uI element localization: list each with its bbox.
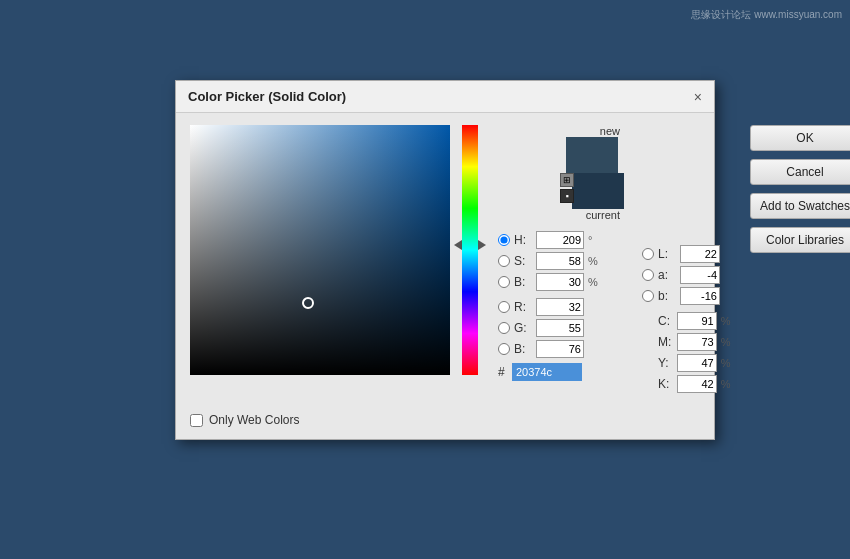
l-label: L: — [658, 247, 676, 261]
b-radio[interactable] — [498, 276, 510, 288]
r-input[interactable] — [536, 298, 584, 316]
watermark: 思缘设计论坛 www.missyuan.com — [691, 8, 842, 22]
g-input[interactable] — [536, 319, 584, 337]
current-color-box — [572, 173, 624, 209]
a-radio[interactable] — [642, 269, 654, 281]
c-label: C: — [658, 314, 673, 328]
dialog-titlebar: Color Picker (Solid Color) × — [176, 81, 714, 113]
m-unit: % — [721, 336, 732, 348]
r-radio[interactable] — [498, 301, 510, 313]
b-lab-label: b: — [658, 289, 676, 303]
new-color-box — [566, 137, 618, 173]
k-input[interactable] — [677, 375, 717, 393]
b-rgb-input[interactable] — [536, 340, 584, 358]
new-label: new — [600, 125, 620, 137]
color-libraries-button[interactable]: Color Libraries — [750, 227, 850, 253]
swatch-icon-1: ⊞ — [560, 173, 574, 187]
b-rgb-radio[interactable] — [498, 343, 510, 355]
spectrum-arrow-left — [454, 240, 462, 250]
l-radio[interactable] — [642, 248, 654, 260]
spectrum-slider[interactable] — [462, 125, 478, 375]
g-radio[interactable] — [498, 322, 510, 334]
color-gradient-area[interactable] — [190, 125, 450, 375]
cancel-button[interactable]: Cancel — [750, 159, 850, 185]
spectrum-arrow-right — [478, 240, 486, 250]
add-to-swatches-button[interactable]: Add to Swatches — [750, 193, 850, 219]
s-radio[interactable] — [498, 255, 510, 267]
k-unit: % — [721, 378, 732, 390]
a-input[interactable] — [680, 266, 720, 284]
s-unit: % — [588, 255, 600, 267]
b-lab-input[interactable] — [680, 287, 720, 305]
swatch-icon-2: ▪ — [560, 189, 574, 203]
s-label: S: — [514, 254, 532, 268]
s-input[interactable] — [536, 252, 584, 270]
c-unit: % — [721, 315, 732, 327]
b-input[interactable] — [536, 273, 584, 291]
current-label: current — [586, 209, 620, 221]
k-label: K: — [658, 377, 673, 391]
hex-input[interactable] — [512, 363, 582, 381]
h-unit: ° — [588, 234, 600, 246]
h-radio[interactable] — [498, 234, 510, 246]
c-input[interactable] — [677, 312, 717, 330]
r-label: R: — [514, 300, 532, 314]
color-swatch-area[interactable]: ⊞ ▪ — [560, 137, 624, 209]
color-picker-dialog: Color Picker (Solid Color) × new — [175, 80, 715, 440]
b-lab-radio[interactable] — [642, 290, 654, 302]
b-unit: % — [588, 276, 600, 288]
web-colors-label: Only Web Colors — [209, 413, 299, 427]
y-input[interactable] — [677, 354, 717, 372]
y-label: Y: — [658, 356, 673, 370]
g-label: G: — [514, 321, 532, 335]
b-rgb-label: B: — [514, 342, 532, 356]
hex-label: # — [498, 365, 508, 379]
l-input[interactable] — [680, 245, 720, 263]
y-unit: % — [721, 357, 732, 369]
a-label: a: — [658, 268, 676, 282]
ok-button[interactable]: OK — [750, 125, 850, 151]
close-button[interactable]: × — [694, 90, 702, 104]
web-colors-checkbox[interactable] — [190, 414, 203, 427]
h-label: H: — [514, 233, 532, 247]
b-label: B: — [514, 275, 532, 289]
m-label: M: — [658, 335, 673, 349]
dialog-title: Color Picker (Solid Color) — [188, 89, 346, 104]
h-input[interactable] — [536, 231, 584, 249]
m-input[interactable] — [677, 333, 717, 351]
